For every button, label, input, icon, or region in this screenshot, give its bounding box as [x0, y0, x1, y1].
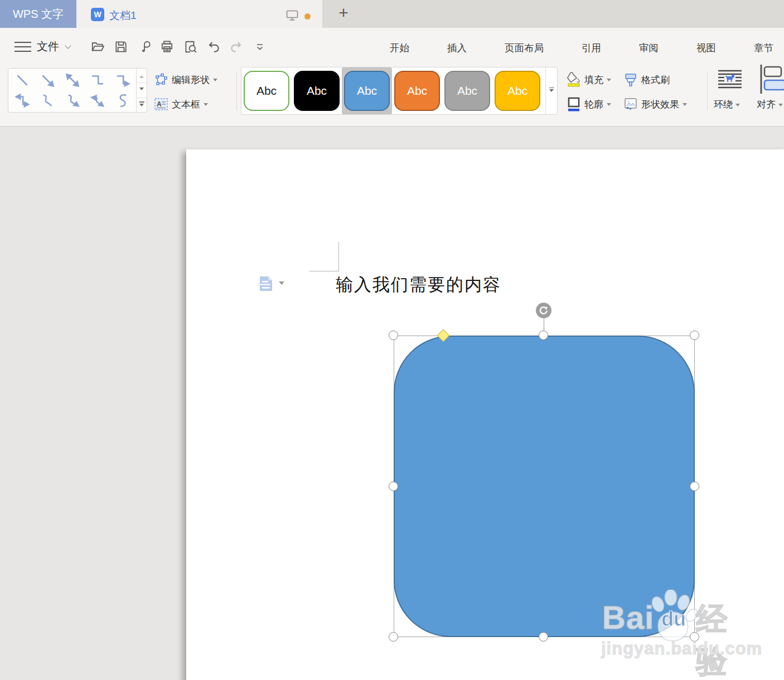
elbow-arrow-icon[interactable] [110, 70, 135, 90]
dropdown-arrow-icon [683, 103, 687, 108]
app-tab[interactable]: WPS 文字 [0, 0, 76, 28]
more-bar-icon [139, 101, 144, 103]
ribbon-tab-插入[interactable]: 插入 [447, 41, 467, 55]
style-swatch: Abc [344, 71, 390, 111]
app-name: WPS 文字 [13, 7, 64, 22]
paragraph-text[interactable]: 输入我们需要的内容 [336, 273, 501, 297]
print-preview-icon[interactable] [181, 38, 200, 56]
edit-shape-button[interactable]: 编辑形状 [154, 71, 217, 88]
dropdown-arrow-icon [735, 104, 740, 109]
gallery-scroll-up-button[interactable] [137, 69, 147, 82]
align-icon[interactable] [759, 65, 784, 96]
margin-corner-mark [338, 242, 339, 271]
edit-points-icon [154, 72, 168, 88]
arrow-icon[interactable] [35, 70, 60, 90]
ribbon-tab-章节[interactable]: 章节 [754, 41, 773, 55]
new-tab-button[interactable]: + [330, 3, 357, 25]
align-button[interactable]: 对齐 [757, 98, 783, 111]
resize-handle-e[interactable] [690, 482, 699, 491]
resize-handle-s[interactable] [539, 632, 548, 642]
text-box-button[interactable]: A 文本框 [154, 96, 208, 113]
freeform-curve-icon[interactable] [110, 90, 135, 111]
export-icon[interactable] [135, 38, 154, 56]
toolbar-more-icon[interactable] [250, 38, 269, 56]
text-wrap-icon[interactable] [717, 69, 743, 91]
dropdown-arrow-icon [607, 79, 611, 84]
file-menu-button[interactable]: 文件 [37, 39, 70, 54]
outline-button[interactable]: 轮廓 [567, 96, 611, 113]
fill-bucket-icon [567, 72, 581, 88]
style-swatch: Abc [495, 71, 540, 111]
redo-icon[interactable] [227, 38, 246, 56]
ribbon-tab-视图[interactable]: 视图 [696, 41, 716, 55]
svg-text:A: A [157, 100, 162, 108]
elbow-double-arrow-icon[interactable] [9, 90, 35, 111]
unsaved-status-dot [304, 13, 311, 20]
resize-handle-se[interactable] [690, 632, 699, 642]
dropdown-arrow-icon [778, 104, 783, 109]
title-bar: WPS 文字 W 文档1 + [0, 0, 784, 28]
resize-handle-nw[interactable] [389, 331, 398, 340]
ribbon: 文件 开始插入页面布局引用审阅视图章节 [0, 28, 784, 127]
triangle-down-icon [549, 89, 554, 94]
text-box-icon: A [154, 96, 168, 112]
presentation-mode-icon[interactable] [286, 10, 298, 23]
rotation-handle[interactable] [536, 303, 551, 318]
outline-square-icon [567, 96, 581, 112]
text-box-label: 文本框 [172, 98, 200, 111]
undo-icon[interactable] [204, 38, 223, 56]
style-swatch: Abc [244, 71, 289, 111]
gallery-more-button[interactable] [137, 98, 147, 112]
document-tab[interactable]: 文档1 [109, 8, 137, 23]
dropdown-arrow-icon[interactable] [279, 281, 284, 288]
dropdown-arrow-icon [607, 103, 611, 108]
style-gallery-item[interactable]: Abc [392, 67, 442, 114]
rounded-rectangle-shape[interactable] [394, 336, 695, 637]
document-canvas[interactable]: 输入我们需要的内容 Bai du 经验 jingyan.baidu.com [0, 127, 784, 680]
style-swatch: Abc [294, 71, 340, 111]
dropdown-arrow-icon [213, 79, 217, 84]
wrap-button[interactable]: 环绕 [714, 98, 740, 111]
format-painter-button[interactable]: 格式刷 [623, 71, 670, 88]
style-gallery-more-button[interactable] [545, 67, 557, 114]
gallery-scroll-down-button[interactable] [137, 82, 147, 97]
curved-double-arrow-icon[interactable] [85, 90, 110, 111]
style-gallery-item[interactable]: Abc [492, 67, 543, 114]
line-icon[interactable] [9, 70, 35, 90]
curved-connector-icon[interactable] [35, 90, 60, 111]
paste-options-icon[interactable] [258, 275, 274, 294]
resize-handle-w[interactable] [389, 482, 398, 491]
resize-handle-ne[interactable] [690, 331, 699, 340]
lines-gallery [8, 68, 147, 113]
shape-effects-icon [623, 96, 638, 112]
fill-button[interactable]: 填充 [567, 71, 611, 88]
style-gallery-item[interactable]: Abc [241, 67, 292, 114]
menu-icon[interactable] [14, 42, 31, 55]
resize-handle-sw[interactable] [389, 632, 398, 642]
shape-effects-button[interactable]: 形状效果 [623, 96, 687, 113]
ribbon-tab-审阅[interactable]: 审阅 [639, 41, 659, 55]
chevron-down-icon [65, 42, 71, 48]
tabbar-right-zone [322, 0, 784, 28]
ribbon-tab-引用[interactable]: 引用 [582, 41, 601, 55]
ribbon-tab-开始[interactable]: 开始 [390, 41, 409, 55]
shape-effects-label: 形状效果 [641, 98, 679, 111]
style-gallery-item[interactable]: Abc [292, 67, 342, 114]
open-file-icon[interactable] [88, 38, 107, 56]
format-painter-icon [623, 72, 638, 88]
ribbon-tab-页面布局[interactable]: 页面布局 [505, 41, 544, 55]
resize-handle-n[interactable] [539, 331, 548, 340]
save-icon[interactable] [112, 38, 130, 56]
curved-arrow-icon[interactable] [60, 90, 85, 111]
double-arrow-icon[interactable] [60, 70, 85, 90]
style-gallery-item[interactable]: Abc [442, 67, 492, 114]
wrap-label: 环绕 [714, 98, 733, 111]
elbow-connector-icon[interactable] [85, 70, 110, 90]
more-bar-icon [549, 88, 554, 89]
triangle-down-icon [139, 104, 144, 109]
margin-corner-mark [309, 271, 339, 271]
style-gallery-item-selected[interactable]: Abc [342, 67, 392, 114]
style-swatch: Abc [394, 71, 440, 111]
ribbon-tabs: 开始插入页面布局引用审阅视图章节 [390, 41, 773, 55]
print-icon[interactable] [157, 38, 176, 56]
